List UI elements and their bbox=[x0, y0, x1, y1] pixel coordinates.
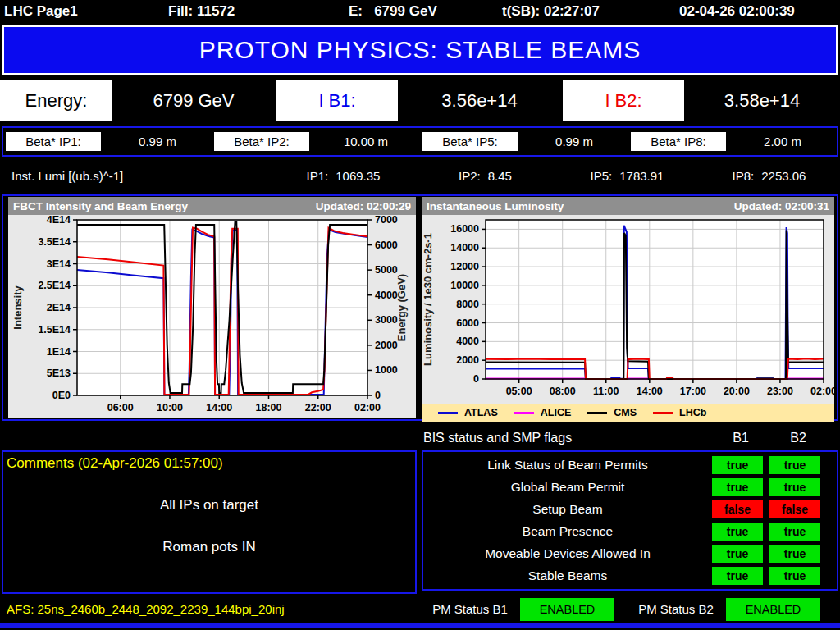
y-tick-label: 1E14 bbox=[47, 346, 71, 358]
x-tick-label: 06:00 bbox=[107, 402, 134, 413]
beta-star-value: 0.99 m bbox=[103, 135, 212, 148]
bis-flag-row: Stable Beamstruetrue bbox=[423, 566, 837, 586]
legend-label: CMS bbox=[614, 407, 637, 418]
legend-item: CMS bbox=[587, 407, 637, 418]
inst-lumi-label: Inst. Lumi [(ub.s)^-1] bbox=[0, 169, 272, 183]
lower-section: Comments (02-Apr-2026 01:57:00) All IPs … bbox=[2, 450, 838, 594]
pm-status-b2-label: PM Status B2 bbox=[626, 602, 726, 616]
x-tick-label: 23:00 bbox=[767, 386, 793, 397]
y-axis-title: Intensity bbox=[11, 285, 24, 330]
lumi-chart-header: Instantaneous Luminosity Updated: 02:00:… bbox=[422, 197, 834, 215]
luminosity-chart-panel: Instantaneous Luminosity Updated: 02:00:… bbox=[422, 197, 834, 418]
y2-axis-title: Energy (GeV) bbox=[395, 274, 408, 341]
comments-heading: Comments (02-Apr-2026 01:57:00) bbox=[3, 452, 415, 472]
bis-flag-b2-badge: false bbox=[769, 500, 820, 518]
beta-star-group: Beta* IP5:0.99 m bbox=[420, 128, 628, 155]
y-tick-label: 2.5E14 bbox=[38, 280, 71, 291]
legend-label: LHCb bbox=[679, 407, 706, 418]
comments-box: Comments (02-Apr-2026 01:57:00) All IPs … bbox=[2, 450, 417, 594]
bis-flag-row: Global Beam Permittruetrue bbox=[423, 477, 837, 497]
bis-flag-row: Setup Beamfalsefalse bbox=[423, 500, 837, 519]
pm-status-b2-badge: ENABLED bbox=[726, 598, 820, 621]
top-status-bar: LHC Page1 Fill: 11572 E: 6799 GeV t(SB):… bbox=[0, 0, 840, 23]
intensity-b2-value: 3.58e+14 bbox=[684, 80, 840, 121]
beta-star-row: Beta* IP1:0.99 mBeta* IP2:10.00 mBeta* I… bbox=[2, 126, 838, 157]
bottom-accent-bar bbox=[0, 623, 840, 628]
beta-star-label: Beta* IP8: bbox=[631, 132, 726, 151]
bis-flag-label: Beam Presence bbox=[423, 524, 712, 539]
bis-header-row: BIS status and SMP flags B1 B2 bbox=[0, 426, 840, 450]
y-tick-label: 12000 bbox=[450, 261, 479, 272]
bis-flag-label: Setup Beam bbox=[423, 502, 712, 517]
x-tick-label: 17:00 bbox=[680, 386, 706, 397]
x-tick-label: 14:00 bbox=[637, 386, 663, 397]
y-tick-label: 2E14 bbox=[47, 302, 71, 313]
beta-star-label: Beta* IP5: bbox=[422, 132, 518, 151]
y2-tick-label: 2000 bbox=[375, 340, 398, 351]
inst-lumi-ip-label: IP2: bbox=[459, 169, 481, 183]
lumi-chart-title: Instantaneous Luminosity bbox=[427, 200, 564, 212]
y-tick-label: 16000 bbox=[450, 223, 479, 235]
x-tick-label: 05:00 bbox=[506, 386, 532, 397]
y2-tick-label: 6000 bbox=[375, 240, 398, 251]
pm-status-b1-badge: ENABLED bbox=[520, 598, 614, 621]
beta-star-group: Beta* IP2:10.00 m bbox=[212, 128, 420, 155]
bis-header-title: BIS status and SMP flags bbox=[423, 431, 715, 445]
bis-flag-b1-badge: true bbox=[712, 478, 763, 496]
legend-item: ALICE bbox=[514, 407, 572, 418]
x-tick-label: 20:00 bbox=[724, 386, 750, 397]
beta-star-value: 2.00 m bbox=[728, 135, 837, 148]
y-tick-label: 0 bbox=[473, 373, 479, 385]
x-tick-label: 11:00 bbox=[593, 386, 619, 397]
inst-lumi-item: IP1:1069.35 bbox=[272, 169, 414, 183]
y-axis-title: Luminosity / 1e30 cm-2s-1 bbox=[422, 233, 434, 366]
inst-lumi-item: IP5:1783.91 bbox=[556, 169, 698, 183]
bis-flag-row: Beam Presencetruetrue bbox=[423, 522, 837, 541]
bis-flag-b1-badge: true bbox=[712, 545, 763, 563]
time-in-stable-beams: t(SB): 02:27:07 bbox=[502, 3, 600, 20]
inst-lumi-row: Inst. Lumi [(ub.s)^-1] IP1:1069.35IP2:8.… bbox=[0, 162, 840, 189]
x-tick-label: 02:00 bbox=[354, 402, 381, 413]
y-tick-label: 8000 bbox=[456, 299, 479, 310]
bis-flag-b2-badge: true bbox=[769, 478, 820, 496]
energy-label: Energy: bbox=[0, 80, 112, 121]
bis-flag-b2-badge: true bbox=[769, 545, 820, 563]
bis-flag-b2-badge: true bbox=[769, 523, 820, 541]
legend-color-dash bbox=[514, 412, 534, 414]
bis-flag-b2-badge: true bbox=[769, 567, 820, 585]
bis-flag-label: Stable Beams bbox=[423, 568, 712, 583]
y-tick-label: 0E0 bbox=[52, 390, 71, 401]
bis-col-b2: B2 bbox=[773, 431, 824, 445]
legend-label: ALICE bbox=[541, 407, 572, 418]
pm-status-b1-label: PM Status B1 bbox=[420, 602, 520, 616]
bis-flags-box: Link Status of Beam PermitstruetrueGloba… bbox=[422, 450, 838, 591]
luminosity-chart: 05:0008:0011:0014:0017:0020:0023:0002:00… bbox=[422, 215, 834, 400]
bis-flag-label: Global Beam Permit bbox=[423, 480, 712, 495]
footer-row: AFS: 25ns_2460b_2448_2092_2239_144bpi_20… bbox=[0, 596, 840, 622]
y-tick-label: 2000 bbox=[456, 354, 479, 366]
inst-lumi-ip-value: 1783.91 bbox=[619, 169, 664, 183]
bis-flag-b1-badge: false bbox=[712, 500, 763, 518]
energy-value: 6799 GeV bbox=[112, 80, 275, 121]
beta-star-label: Beta* IP2: bbox=[214, 132, 309, 151]
intensity-b1-label: I B1: bbox=[276, 80, 398, 121]
beta-star-label: Beta* IP1: bbox=[6, 132, 101, 151]
beta-star-group: Beta* IP1:0.99 m bbox=[3, 128, 212, 155]
y2-tick-label: 7000 bbox=[375, 215, 398, 226]
fbct-intensity-chart: 06:0010:0014:0018:0022:0002:000E05E131E1… bbox=[8, 215, 416, 418]
y-tick-label: 10000 bbox=[450, 280, 479, 291]
page-title: PROTON PHYSICS: STABLE BEAMS bbox=[2, 25, 838, 75]
beta-star-value: 0.99 m bbox=[520, 135, 628, 148]
y-tick-label: 1.5E14 bbox=[38, 324, 71, 336]
inst-lumi-item: IP8:2253.06 bbox=[698, 169, 840, 183]
lumi-chart-updated: Updated: 02:00:31 bbox=[734, 200, 829, 212]
bis-flag-row: Link Status of Beam Permitstruetrue bbox=[423, 455, 837, 475]
beta-star-group: Beta* IP8:2.00 m bbox=[628, 128, 837, 155]
datetime: 02-04-26 02:00:39 bbox=[679, 3, 795, 20]
energy-intensity-row: Energy: 6799 GeV I B1: 3.56e+14 I B2: 3.… bbox=[0, 80, 840, 121]
x-tick-label: 02:00 bbox=[810, 386, 834, 397]
beta-star-value: 10.00 m bbox=[312, 135, 420, 148]
luminosity-legend: ATLASALICECMSLHCb bbox=[422, 404, 834, 422]
x-tick-label: 18:00 bbox=[255, 402, 281, 413]
bis-flag-row: Moveable Devices Allowed Intruetrue bbox=[423, 544, 837, 564]
